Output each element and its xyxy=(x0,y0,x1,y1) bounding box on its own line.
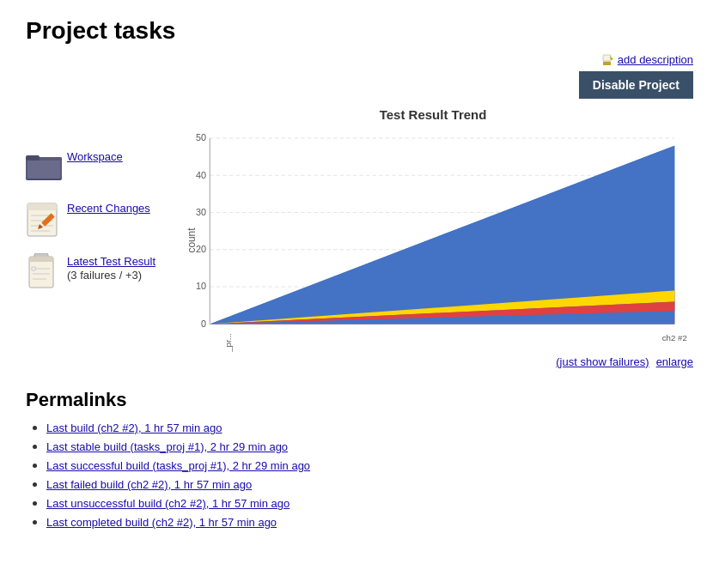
permalink-link-3[interactable]: Last failed build (ch2 #2), 1 hr 57 min … xyxy=(46,478,252,491)
chart-links: (just show failures) enlarge xyxy=(173,355,693,368)
list-item: Last failed build (ch2 #2), 1 hr 57 min … xyxy=(46,476,693,492)
latest-test-result-text: Latest Test Result (3 failures / +3) xyxy=(67,253,155,282)
permalinks-title: Permalinks xyxy=(26,389,693,411)
svg-text:10: 10 xyxy=(196,281,206,291)
svg-rect-9 xyxy=(27,203,57,210)
svg-rect-0 xyxy=(603,62,611,65)
disable-project-button[interactable]: Disable Project xyxy=(579,71,693,99)
main-content: Workspace Recent Changes xyxy=(26,107,693,368)
left-sidebar: Workspace Recent Changes xyxy=(26,107,155,368)
svg-text:ch2 #2: ch2 #2 xyxy=(662,333,687,342)
svg-rect-22 xyxy=(32,267,35,270)
notepad-icon xyxy=(26,202,60,236)
svg-rect-7 xyxy=(26,155,40,161)
latest-test-result-sub: (3 failures / +3) xyxy=(67,269,155,282)
latest-test-result-link[interactable]: Latest Test Result xyxy=(67,255,155,268)
chart-section: Test Result Trend count 0 10 20 30 40 xyxy=(173,107,693,368)
edit-icon xyxy=(602,54,614,66)
permalink-link-5[interactable]: Last completed build (ch2 #2), 1 hr 57 m… xyxy=(46,516,277,529)
sidebar-item-recent-changes: Recent Changes xyxy=(26,202,155,236)
sidebar-item-latest-test-result: Latest Test Result (3 failures / +3) xyxy=(26,253,155,288)
list-item: Last successful build (tasks_proj #1), 2… xyxy=(46,458,693,473)
page-title: Project tasks xyxy=(26,17,693,45)
permalinks-list: Last build (ch2 #2), 1 hr 57 min ago Las… xyxy=(26,420,693,530)
svg-rect-1 xyxy=(603,55,611,61)
svg-text:20: 20 xyxy=(196,244,206,254)
add-description-link[interactable]: add description xyxy=(602,53,693,66)
permalink-link-2[interactable]: Last successful build (tasks_proj #1), 2… xyxy=(46,459,310,472)
top-actions: add description Disable Project xyxy=(579,53,693,99)
list-item: Last unsuccessful build (ch2 #2), 1 hr 5… xyxy=(46,495,693,511)
clipboard-icon xyxy=(26,253,60,288)
folder-icon xyxy=(26,150,60,185)
list-item: Last stable build (tasks_proj #1), 2 hr … xyxy=(46,439,693,454)
permalink-link-1[interactable]: Last stable build (tasks_proj #1), 2 hr … xyxy=(46,440,288,453)
list-item: Last build (ch2 #2), 1 hr 57 min ago xyxy=(46,420,693,435)
chart-container: count 0 10 20 30 40 50 xyxy=(173,129,693,352)
permalink-link-4[interactable]: Last unsuccessful build (ch2 #2), 1 hr 5… xyxy=(46,497,289,510)
svg-rect-18 xyxy=(29,257,53,262)
recent-changes-link[interactable]: Recent Changes xyxy=(67,202,150,215)
list-item: Last completed build (ch2 #2), 1 hr 57 m… xyxy=(46,514,693,530)
svg-text:50: 50 xyxy=(196,132,206,142)
svg-text:30: 30 xyxy=(196,207,206,217)
permalinks-section: Permalinks Last build (ch2 #2), 1 hr 57 … xyxy=(26,389,693,530)
sidebar-item-workspace: Workspace xyxy=(26,150,155,185)
enlarge-link[interactable]: enlarge xyxy=(656,355,693,368)
svg-text:40: 40 xyxy=(196,170,206,180)
svg-text:tasks_pr...: tasks_pr... xyxy=(223,333,233,352)
chart-title: Test Result Trend xyxy=(173,107,693,122)
permalink-link-0[interactable]: Last build (ch2 #2), 1 hr 57 min ago xyxy=(46,421,222,434)
svg-rect-6 xyxy=(27,161,60,179)
svg-text:0: 0 xyxy=(201,318,206,329)
workspace-link[interactable]: Workspace xyxy=(67,150,123,163)
just-show-failures-link[interactable]: (just show failures) xyxy=(556,355,649,368)
